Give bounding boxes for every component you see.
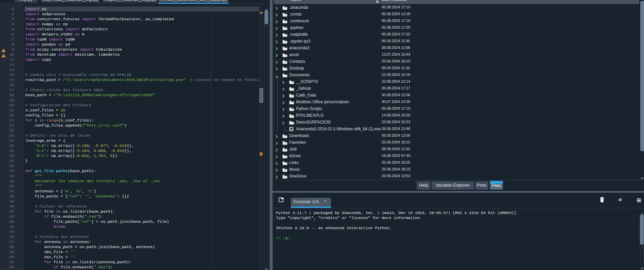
svg-text:01: 01 (290, 128, 293, 131)
